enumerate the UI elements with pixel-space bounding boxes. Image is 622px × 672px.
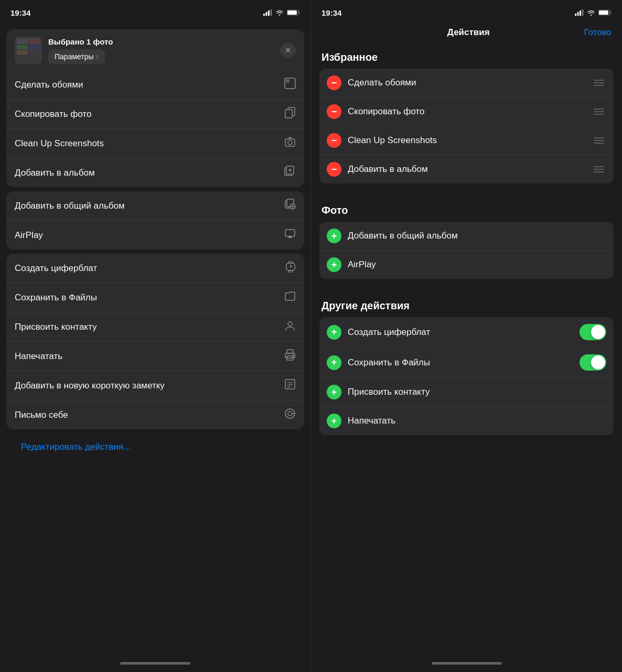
drag-handle-album[interactable] xyxy=(592,164,606,175)
other-item-contact[interactable]: + Присвоить контакту xyxy=(319,378,614,407)
mail-icon xyxy=(284,408,296,419)
right-content: Избранное − Сделать обоями − Скопировать… xyxy=(311,43,622,654)
home-bar-left xyxy=(120,662,190,665)
action-wallpaper[interactable]: Сделать обоями xyxy=(6,70,304,100)
action-cleanup[interactable]: Clean Up Screenshots xyxy=(6,129,304,158)
action-add-album[interactable]: Добавить в альбом xyxy=(6,158,304,187)
status-icons-left xyxy=(263,9,300,16)
close-button[interactable]: ✕ xyxy=(280,42,296,58)
svg-rect-33 xyxy=(285,380,295,389)
add-album-icon xyxy=(284,166,296,177)
drag-handle-wallpaper[interactable] xyxy=(592,78,606,88)
signal-icon-right xyxy=(575,9,584,16)
drag-handle-copy[interactable] xyxy=(592,106,606,117)
section-header-favorites: Избранное xyxy=(319,43,614,69)
section-list-photos: + Добавить в общий альбом + AirPlay xyxy=(319,222,614,279)
add-btn-shared[interactable]: + xyxy=(327,229,341,243)
print-icon xyxy=(284,349,296,361)
share-header: Выбрано 1 фото Параметры › ✕ xyxy=(6,29,304,70)
svg-rect-46 xyxy=(610,12,612,14)
action-group-1: Сделать обоями Скопировать фото xyxy=(6,70,304,187)
photo-item-airplay[interactable]: + AirPlay xyxy=(319,251,614,279)
left-panel: 19:34 xyxy=(0,0,311,672)
actions-nav-title: Действия xyxy=(447,27,490,38)
svg-point-28 xyxy=(288,322,292,326)
time-left: 19:34 xyxy=(10,8,30,17)
toggle-knob-watch xyxy=(591,325,605,339)
svg-point-38 xyxy=(288,411,292,416)
add-btn-watch[interactable]: + xyxy=(327,325,341,340)
svg-rect-3 xyxy=(271,9,272,16)
wallpaper-icon xyxy=(284,78,296,89)
action-print[interactable]: Напечатать xyxy=(6,342,304,371)
contact-icon xyxy=(284,320,296,331)
note-icon xyxy=(284,378,296,390)
status-bar-left: 19:34 xyxy=(0,0,310,23)
action-copy[interactable]: Скопировать фото xyxy=(6,100,304,129)
action-shared-album[interactable]: Добавить в общий альбом xyxy=(6,191,304,221)
add-btn-airplay[interactable]: + xyxy=(327,257,341,272)
toggle-watch[interactable] xyxy=(580,324,606,340)
other-item-files[interactable]: + Сохранить в Файлы xyxy=(319,348,614,378)
action-airplay[interactable]: AirPlay xyxy=(6,221,304,250)
share-header-info: Выбрано 1 фото Параметры › xyxy=(48,37,274,64)
remove-btn-album[interactable]: − xyxy=(327,162,341,177)
toggle-files[interactable] xyxy=(580,354,606,371)
drag-handle-cleanup[interactable] xyxy=(592,135,606,146)
home-bar-right xyxy=(432,662,502,665)
svg-rect-1 xyxy=(266,12,267,16)
svg-rect-41 xyxy=(577,12,579,16)
svg-rect-24 xyxy=(288,262,293,263)
fav-item-wallpaper[interactable]: − Сделать обоями xyxy=(319,69,614,97)
svg-rect-8 xyxy=(286,79,289,83)
shared-album-icon xyxy=(284,199,296,210)
section-header-photos: Фото xyxy=(319,196,614,222)
svg-point-32 xyxy=(293,355,294,356)
remove-btn-wallpaper[interactable]: − xyxy=(327,75,341,90)
svg-rect-2 xyxy=(268,10,270,16)
action-save-files[interactable]: Сохранить в Файлы xyxy=(6,283,304,312)
done-button[interactable]: Готово xyxy=(584,27,612,38)
share-thumbnail xyxy=(15,37,42,64)
svg-rect-0 xyxy=(263,14,265,16)
svg-rect-40 xyxy=(575,14,576,16)
params-button[interactable]: Параметры › xyxy=(48,49,105,64)
share-title: Выбрано 1 фото xyxy=(48,37,274,46)
svg-point-12 xyxy=(288,140,292,145)
add-btn-files[interactable]: + xyxy=(327,355,341,370)
right-panel: 19:34 Действия Готово xyxy=(311,0,622,672)
folder-icon xyxy=(284,290,296,302)
svg-rect-11 xyxy=(285,139,295,146)
status-icons-right xyxy=(575,9,612,16)
fav-item-copy[interactable]: − Скопировать фото xyxy=(319,97,614,126)
other-item-print[interactable]: + Напечатать xyxy=(319,407,614,435)
copy-icon xyxy=(284,107,296,118)
fav-item-album[interactable]: − Добавить в альбом xyxy=(319,155,614,183)
add-btn-contact[interactable]: + xyxy=(327,385,341,399)
edit-actions-link[interactable]: Редактировать действия... xyxy=(6,433,304,461)
section-header-other: Другие действия xyxy=(319,291,614,317)
remove-btn-cleanup[interactable]: − xyxy=(327,133,341,148)
svg-rect-10 xyxy=(285,110,292,118)
action-quick-note[interactable]: Добавить в новую короткую заметку xyxy=(6,371,304,400)
home-indicator-left xyxy=(0,654,310,672)
svg-rect-25 xyxy=(288,270,293,272)
action-group-3: Создать циферблат Сохранить в Файлы xyxy=(6,254,304,429)
svg-rect-45 xyxy=(599,10,608,15)
wifi-icon xyxy=(275,9,284,16)
fav-item-cleanup[interactable]: − Clean Up Screenshots xyxy=(319,126,614,155)
action-groups: Сделать обоями Скопировать фото xyxy=(0,70,310,654)
action-mail-self[interactable]: Письмо себе xyxy=(6,400,304,429)
toggle-knob-files xyxy=(591,355,605,370)
actions-nav: Действия Готово xyxy=(311,23,622,43)
add-btn-print[interactable]: + xyxy=(327,414,341,428)
svg-rect-42 xyxy=(580,10,581,16)
battery-icon-right xyxy=(598,9,612,16)
wifi-icon-right xyxy=(587,9,595,16)
status-bar-right: 19:34 xyxy=(311,0,622,23)
remove-btn-copy[interactable]: − xyxy=(327,104,341,119)
action-watch-face[interactable]: Создать циферблат xyxy=(6,254,304,283)
photo-item-shared[interactable]: + Добавить в общий альбом xyxy=(319,222,614,251)
other-item-watch[interactable]: + Создать циферблат xyxy=(319,317,614,348)
action-contact[interactable]: Присвоить контакту xyxy=(6,312,304,342)
